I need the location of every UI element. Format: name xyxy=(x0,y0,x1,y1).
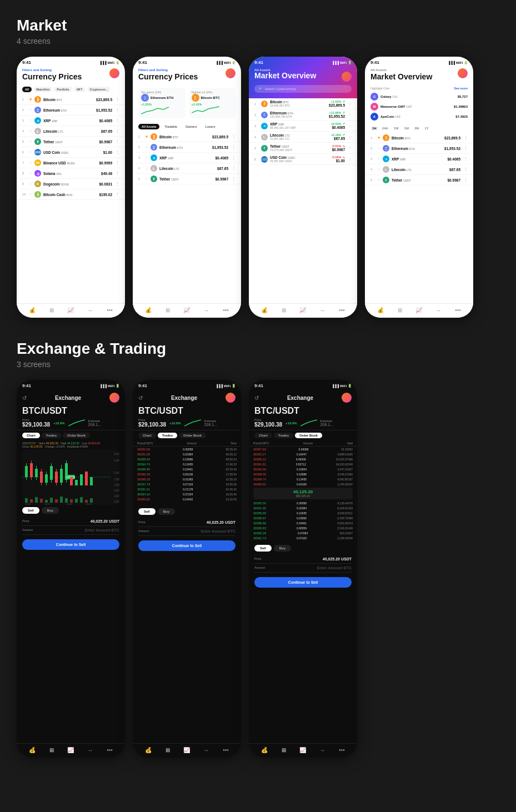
overview-eth[interactable]: 2 Ξ Ethereum ETH 120,908,795 ETH +12.86%… xyxy=(249,109,357,121)
filter-all[interactable]: All Assets xyxy=(138,124,159,129)
trade-row-8[interactable]: 30347.730.0710315:35:28 xyxy=(133,482,241,487)
overview-usdc[interactable]: 6 USD USD Coin USDC 53,287,606 USDC -0.0… xyxy=(249,154,357,165)
highlight-ape[interactable]: A ApeCoin APE $7.3925 xyxy=(370,112,468,122)
tab-chart-3[interactable]: Chart xyxy=(254,433,272,438)
sell-order-1[interactable]: 30387.600.0008641.33452 xyxy=(249,447,357,452)
nav-more-1[interactable]: ••• xyxy=(107,307,113,313)
coin-row-eth-2[interactable]: 2 ☆ Ξ Ethereum ETH $1,953.52 ⋮ xyxy=(133,142,241,153)
tab-trades-2[interactable]: Trades xyxy=(158,433,177,438)
sell-order-6[interactable]: 30388.000.165863,049.21560 xyxy=(249,472,357,477)
coin-row-eth-4[interactable]: 2 ☆ Ξ Ethereum ETH $1,953.52 ⋮ xyxy=(365,143,473,154)
tab-orderbook-2[interactable]: Order Book xyxy=(179,433,206,438)
tab-trades-3[interactable]: Trades xyxy=(274,433,293,438)
trade-row-11[interactable]: 30385.820.1644212:10:25 xyxy=(133,497,241,502)
trade-row-3[interactable]: 30388.000.1658608:50:23 xyxy=(133,457,241,462)
highlight-gal[interactable]: G Galaxy GAL $5,727 xyxy=(370,92,468,102)
coin-row-xrp-2[interactable]: 3 ☆ ✕ XRP XRP $0.4085 ⋮ xyxy=(133,153,241,163)
screen1-tabs[interactable]: All Watchlist Portfolio NFT Cryptocurr..… xyxy=(17,84,125,94)
buy-order-3[interactable]: 30388.890.100353,049.52511 xyxy=(249,510,357,515)
buy-order-2[interactable]: 30391.350.203946,184.91163 xyxy=(249,505,357,510)
trade-row-7[interactable]: 30366.290.0108310:35:18 xyxy=(133,477,241,482)
nav-trend-1[interactable]: 📈 xyxy=(67,307,74,313)
coin-row-xrp-4[interactable]: 3 ☆ ✕ XRP XRP $0.4085 ⋮ xyxy=(365,154,473,164)
nav-chart-1[interactable]: ⊞ xyxy=(49,307,54,313)
buy-tab-2[interactable]: Buy xyxy=(158,508,175,515)
buy-order-5[interactable]: 30388.860.184015,591.85413 xyxy=(249,520,357,525)
coin-row-btc-2[interactable]: 1 ★ ₿ Bitcoin BTC $23,889.5 ⋮ xyxy=(133,132,241,142)
trade-row-4[interactable]: 30394.740.1343517:40:33 xyxy=(133,462,241,467)
coin-row-usdt-1[interactable]: 5 ☆ ₮ Tether USDT $0.9987 ⋮ xyxy=(17,137,125,147)
overview-ltc[interactable]: 4 Ł Litecoin LTC 70,357,381 LTC +5.18% ↗… xyxy=(249,132,357,143)
tab-orderbook-3[interactable]: Order Book xyxy=(295,433,322,438)
coin-row-ltc-2[interactable]: 4 ☆ Ł Litecoin LTC $67.65 ⋮ xyxy=(133,163,241,174)
buy-order-8[interactable]: 30381.730.071032,158.44046 xyxy=(249,535,357,540)
coin-row-usdt-2[interactable]: 5 ☆ ₮ Tether USDT $0.9987 ⋮ xyxy=(133,174,241,184)
sell-order-7[interactable]: 30389.740.134354,082.86157 xyxy=(249,477,357,482)
tab-orderbook-1[interactable]: Order Book xyxy=(63,433,90,438)
tab-nft-1[interactable]: NFT xyxy=(74,87,86,92)
coin-row-usdt-4[interactable]: 5 ☆ ₮ Tether USDT $0.9987 ⋮ xyxy=(365,175,473,186)
cta-btn-3[interactable]: Continue to Sell xyxy=(254,577,352,588)
coin-row-btc-1[interactable]: 1 ★ ₿ Bitcoin BTC $23,869.5 ⋮ xyxy=(17,94,125,105)
sell-tab-3[interactable]: Sell xyxy=(254,545,272,552)
coin-row-btc-4[interactable]: 1 ★ ₿ Bitcoin BTC $23,889.5 ⋮ xyxy=(365,133,473,143)
see-more-btn[interactable]: See more xyxy=(454,87,468,90)
buy-order-1[interactable]: 30392.500.300589,135.40476 xyxy=(249,500,357,505)
tab-chart-1[interactable]: Chart xyxy=(22,433,40,438)
coin-row-bch-1[interactable]: 10 ☆ ₿ Bitcoin Cash BCH $195.02 ⋮ xyxy=(17,189,125,200)
star-icon-1[interactable]: ★ xyxy=(29,97,32,102)
sell-tab-2[interactable]: Sell xyxy=(138,508,156,515)
coin-row-ltc-1[interactable]: 4 ☆ Ł Litecoin LTC $67.65 ⋮ xyxy=(17,126,125,137)
gainer-chart xyxy=(141,106,169,115)
overview-btc[interactable]: 1 ₿ Bitcoin BTC 19,048,487 BTC +1.53% ↗ … xyxy=(249,98,357,109)
sell-order-8[interactable]: 30389.620.041001,245.93342 xyxy=(249,482,357,487)
buy-order-6[interactable]: 30386.830.083592,540.20146 xyxy=(249,525,357,530)
trade-row-6[interactable]: 30386.280.0013617:35:54 xyxy=(133,472,241,477)
filter-losers[interactable]: Losers xyxy=(202,124,219,129)
filter-tradable[interactable]: Tradable xyxy=(161,124,181,129)
overview-usdt[interactable]: 5 ₮ Tether USDT 73,275,094 USDT -0.01% ↘… xyxy=(249,143,357,154)
sell-order-3[interactable]: 30389.120.4930615,003.37396 xyxy=(249,457,357,462)
coin-row-eth-1[interactable]: 2 ☆ Ξ Ethereum ETH $1,953.52 ⋮ xyxy=(17,105,125,116)
buy-order-7[interactable]: 30386.280.07083329.10507 xyxy=(249,530,357,535)
sell-order-2[interactable]: 30392.270.164474,998.61665 xyxy=(249,452,357,457)
tab-trades-1[interactable]: Trades xyxy=(42,433,61,438)
coin-row-busd-1[interactable]: 7 ☆ B$ Binance USD BUSD $0.9999 ⋮ xyxy=(17,158,125,168)
gainer-card-eth[interactable]: Top gainer (24h) Ξ Ethereum ETH +1.53% xyxy=(138,88,186,118)
trade-row-1[interactable]: 30282.690.3005805:25:34 xyxy=(133,447,241,452)
nav-transfer-1[interactable]: ↔ xyxy=(88,307,93,313)
trade-row-9[interactable]: 30381.610.2117802:45:32 xyxy=(133,487,241,492)
pair-price-1: $29,100.38 xyxy=(22,422,50,428)
coin-row-sol-1[interactable]: 8 ☆ ◎ Solana SOL $49.48 ⋮ xyxy=(17,168,125,179)
coin-row-doge-1[interactable]: 9 ☆ Ð Dogecoin DOGE $0.0831 ⋮ xyxy=(17,179,125,189)
tab-chart-2[interactable]: Chart xyxy=(138,433,156,438)
buy-tab-1[interactable]: Buy xyxy=(42,507,59,514)
tab-crypto-1[interactable]: Cryptocurr... xyxy=(87,87,111,92)
trade-row-10[interactable]: 30394.100.3720416:25:49 xyxy=(133,492,241,497)
buy-tab-3[interactable]: Buy xyxy=(274,545,291,552)
highlight-gmt[interactable]: M Metaverse GMT GMT $1.38863 xyxy=(370,102,468,112)
sell-tab-1[interactable]: Sell xyxy=(22,507,39,514)
star-icon-2[interactable]: ☆ xyxy=(29,108,32,112)
overview-xrp[interactable]: 3 ✕ XRP XRP 48,343,101,197 XRP +9.52% ↗ … xyxy=(249,121,357,132)
trade-row-2[interactable]: 30291.050.2038409:35:12 xyxy=(133,452,241,457)
tab-all-1[interactable]: All xyxy=(22,87,32,92)
coin-row-usdc-1[interactable]: 6 ☆ USD USD Coin USDC $1.00 ⋮ xyxy=(17,147,125,158)
filter-gainers[interactable]: Gainers xyxy=(182,124,200,129)
svg-text:12:00: 12:00 xyxy=(25,503,31,505)
highest-vol-card-btc[interactable]: Highest vol (24h) ₿ Bitcoin BTC +2.43% xyxy=(189,88,236,118)
sell-order-5[interactable]: 30390.000.100043,447.01527 xyxy=(249,467,357,472)
coin-row-ltc-4[interactable]: 4 ☆ Ł Litecoin LTC $67.65 ⋮ xyxy=(365,164,473,175)
sell-buy-tabs-1: Sell Buy xyxy=(17,505,125,516)
tab-watchlist-1[interactable]: Watchlist xyxy=(33,87,52,92)
tab-portfolio-1[interactable]: Portfolio xyxy=(54,87,72,92)
star-icon-3[interactable]: ☆ xyxy=(29,118,32,123)
search-bar-3[interactable]: 🔍 Search Cryptocurrency xyxy=(254,85,352,93)
coin-row-xrp-1[interactable]: 3 ☆ ✕ XRP XRP $0.4085 ⋮ xyxy=(17,116,125,126)
buy-order-4[interactable]: 30388.970.030006,435.75489 xyxy=(249,515,357,520)
sell-order-4[interactable]: 30391.810.5271216,020.02548 xyxy=(249,462,357,467)
cta-btn-2[interactable]: Continue to Sell xyxy=(138,540,236,551)
nav-wallet-1[interactable]: 💰 xyxy=(29,307,36,313)
cta-btn-1[interactable]: Continue to Sell xyxy=(22,539,119,550)
trade-row-5[interactable]: 30388.860.1840102:15:45 xyxy=(133,467,241,472)
